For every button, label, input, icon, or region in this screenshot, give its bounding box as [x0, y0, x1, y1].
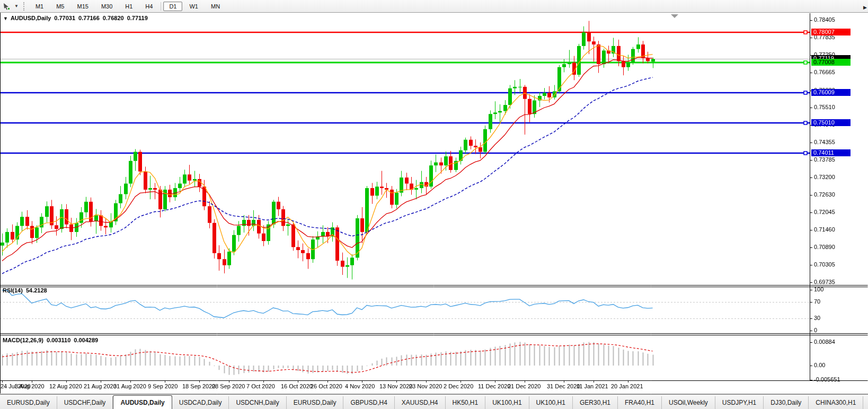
date-axis-label: 12 Aug 2020	[49, 383, 82, 389]
date-axis-label: 2 Dec 2020	[444, 383, 473, 389]
chevron-down-icon[interactable]: ▼	[12, 4, 21, 8]
hline-price-badge[interactable]: 0.78007	[811, 29, 851, 35]
low-value: 0.76820	[103, 15, 124, 21]
timeframe-button-w1[interactable]: W1	[183, 2, 204, 11]
date-axis-label: 18 Sep 2020	[182, 383, 215, 389]
macd-axis-tick: -0.005651	[814, 376, 840, 383]
hline-price-badge[interactable]: 0.76009	[811, 89, 851, 96]
toolbar-grip[interactable]	[23, 2, 27, 11]
date-axis-label: 7 Oct 2020	[246, 383, 275, 389]
timeframe-button-m5[interactable]: M5	[50, 2, 70, 11]
chart-tab-dj30-daily[interactable]: DJ30,Daily	[764, 396, 809, 409]
cursor-arrow-icon[interactable]	[1, 2, 12, 11]
chart-tab-usdcnh-daily[interactable]: USDCNH,Daily	[229, 396, 286, 409]
macd-axis-tick: 0.00884	[814, 339, 835, 345]
date-axis-label: 11 Jan 2021	[577, 383, 608, 389]
price-axis-tick: 0.73785	[814, 156, 835, 163]
chart-tab-bar: EURUSD,DailyUSDCHF,DailyAUDUSD,DailyUSDC…	[0, 394, 868, 409]
date-axis-label: 31 Dec 2020	[547, 383, 580, 389]
rsi-label: RSI(14)54.2128	[3, 287, 50, 294]
timeframe-toolbar: ▼ M1M5M15M30H1H4D1W1MN	[0, 0, 868, 13]
date-axis-label: 28 Sep 2020	[212, 383, 245, 389]
chart-tab-xauusd-h4[interactable]: XAUUSD,H4	[395, 396, 446, 409]
price-axis-tick: 0.71460	[814, 226, 835, 233]
macd-name: MACD(12,26,9)	[3, 337, 43, 343]
hline-price-badge[interactable]: 0.74011	[811, 149, 851, 156]
timeframe-button-h1[interactable]: H1	[119, 2, 138, 11]
macd-signal-value: 0.004289	[74, 337, 98, 343]
tab-scroll-right-icon[interactable]: ▶	[863, 5, 867, 10]
timeframe-button-m30[interactable]: M30	[95, 2, 118, 11]
chart-tab-usdcad-daily[interactable]: USDCAD,Daily	[172, 396, 229, 409]
date-axis-label: 4 Nov 2020	[345, 383, 375, 389]
timeframe-button-m1[interactable]: M1	[30, 2, 49, 11]
chart-tab-eurusd-daily[interactable]: EURUSD,Daily	[0, 396, 57, 409]
hline-price-badge[interactable]: 0.75010	[811, 119, 851, 126]
date-axis-label: 3 Aug 2020	[15, 383, 45, 389]
chart-tab-china300-h1[interactable]: CHINA300,H1	[809, 396, 863, 409]
high-value: 0.77166	[78, 15, 100, 21]
chart-tab-usdchf-daily[interactable]: USDCHF,Daily	[57, 396, 113, 409]
macd-label: MACD(12,26,9)0.0031100.004289	[3, 337, 101, 343]
price-axis-tick: 0.72630	[814, 191, 835, 198]
price-axis-tick: 0.78405	[814, 16, 835, 23]
rsi-axis-tick: 0	[814, 327, 817, 333]
chart-tab-uk100-h1[interactable]: UK100,H1	[529, 396, 573, 409]
rsi-axis-tick: 70	[814, 298, 820, 305]
date-axis-label: 9 Sep 2020	[148, 383, 178, 389]
price-axis-tick: 0.75510	[814, 104, 835, 110]
close-value: 0.77119	[127, 15, 148, 21]
price-axis-tick: 0.72045	[814, 209, 835, 215]
date-axis-label: 13 Nov 2020	[379, 383, 412, 389]
macd-axis-tick: 0.00	[814, 362, 825, 368]
timeframe-button-mn[interactable]: MN	[205, 2, 226, 11]
collapse-triangle-icon[interactable]: ▼	[3, 16, 8, 21]
date-axis-label: 11 Dec 2020	[478, 383, 511, 389]
date-axis-label: 23 Nov 2020	[409, 383, 442, 389]
chart-tab-usoil-[interactable]: USOil,	[863, 396, 868, 409]
price-axis-tick: 0.74355	[814, 139, 835, 145]
price-axis-tick: 0.70890	[814, 244, 835, 250]
rsi-axis-tick: 100	[814, 286, 823, 292]
open-value: 0.77031	[54, 15, 75, 21]
date-axis-label: 21 Aug 2020	[84, 383, 117, 389]
rsi-axis-tick: 30	[814, 315, 820, 321]
chart-tab-gbpusd-h4[interactable]: GBPUSD,H4	[343, 396, 394, 409]
chart-ohlc-header: ▼AUDUSD,Daily0.770310.771660.768200.7711…	[3, 15, 151, 21]
chart-tab-eurusd-daily[interactable]: EURUSD,Daily	[287, 396, 344, 409]
timeframe-button-m15[interactable]: M15	[71, 2, 94, 11]
date-axis-label: 31 Aug 2020	[113, 383, 146, 389]
chart-tab-uk100-h1[interactable]: UK100,H1	[485, 396, 529, 409]
chart-tab-ger30-h1[interactable]: GER30,H1	[573, 396, 618, 409]
date-axis-label: 16 Oct 2020	[281, 383, 313, 389]
mt4-window: { "toolbar": { "chart_tool_icon": "curso…	[0, 0, 868, 409]
chart-tab-usoil-weekly[interactable]: USOil,Weekly	[662, 396, 715, 409]
date-axis-label: 26 Oct 2020	[311, 383, 342, 389]
timeframe-button-h4[interactable]: H4	[139, 2, 158, 11]
price-axis-tick: 0.69735	[814, 279, 835, 285]
macd-main-value: 0.003110	[47, 337, 70, 343]
chart-tab-hk50-h1[interactable]: HK50,H1	[446, 396, 486, 409]
chart-tab-fra40-h1[interactable]: FRA40,H1	[618, 396, 662, 409]
price-axis-tick: 0.70305	[814, 261, 835, 268]
chart-canvas[interactable]	[0, 0, 868, 409]
rsi-name: RSI(14)	[3, 287, 23, 294]
timeframe-button-d1[interactable]: D1	[163, 2, 182, 11]
rsi-value: 54.2128	[26, 287, 47, 294]
symbol-period-label: AUDUSD,Daily	[11, 15, 51, 21]
price-axis-tick: 0.73200	[814, 174, 835, 180]
chart-tab-audusd-daily[interactable]: AUDUSD,Daily	[113, 395, 172, 409]
toolbar-separator	[161, 2, 161, 11]
price-axis-tick: 0.76665	[814, 69, 835, 75]
chart-tab-usdjpy-h1[interactable]: USDJPY,H1	[715, 396, 764, 409]
hline-price-badge[interactable]: 0.77008	[811, 59, 851, 66]
date-axis-label: 21 Dec 2020	[508, 383, 541, 389]
date-axis-label: 20 Jan 2021	[611, 383, 643, 389]
